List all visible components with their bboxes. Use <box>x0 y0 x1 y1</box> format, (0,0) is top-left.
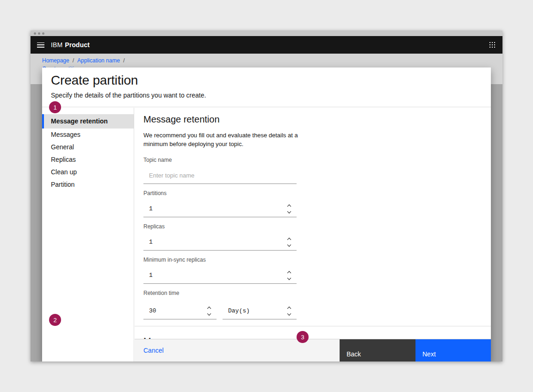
partitions-input[interactable] <box>143 200 297 217</box>
brand: IBMProduct <box>51 41 90 49</box>
stepper-icon[interactable] <box>287 270 291 280</box>
cancel-button[interactable]: Cancel <box>143 347 164 354</box>
min-insync-field: Minimum in-sync replicas <box>143 257 297 284</box>
annotation-badge-2: 2 <box>49 314 61 326</box>
form-content: Message retention We recommend you fill … <box>135 108 491 339</box>
tearsheet-footer: Cancel Back Next <box>135 339 491 361</box>
tearsheet-title: Create partition <box>51 73 491 88</box>
footer-buttons: Back Next <box>340 339 491 362</box>
nav-item-replicas[interactable]: Replicas <box>42 153 134 166</box>
partitions-field: Partitions <box>143 190 297 217</box>
nav-item-general[interactable]: General <box>42 141 134 153</box>
brand-name: Product <box>65 41 90 49</box>
next-button[interactable]: Next <box>415 339 491 362</box>
retention-label: Retention time <box>143 290 297 296</box>
window-dot-icon <box>34 32 36 35</box>
breadcrumb-link-application-name[interactable]: Application name <box>77 57 120 64</box>
hamburger-icon <box>37 43 44 48</box>
browser-window: IBMProduct Homepage / Application name /… <box>31 31 502 361</box>
stepper-icon[interactable] <box>207 306 211 316</box>
min-insync-input[interactable] <box>143 267 297 284</box>
section-heading: Message retention <box>143 114 491 125</box>
window-titlebar <box>31 31 502 36</box>
nav-item-clean-up[interactable]: Clean up <box>42 166 134 178</box>
stepper-icon[interactable] <box>287 237 291 247</box>
window-dot-icon <box>42 32 44 35</box>
create-tearsheet: 1 2 3 Create partition Specify the detai… <box>42 67 491 361</box>
nav-item-messages[interactable]: Messages <box>42 129 134 141</box>
window-dot-icon <box>38 32 40 35</box>
tearsheet-subtitle: Specify the details of the partitions yo… <box>51 92 491 99</box>
annotation-badge-1: 1 <box>49 101 61 113</box>
breadcrumb: Homepage / Application name / <box>42 57 502 64</box>
topic-name-label: Topic name <box>143 157 297 163</box>
step-nav: Message retention Messages General Repli… <box>42 114 134 191</box>
min-insync-label: Minimum in-sync replicas <box>143 257 297 263</box>
annotation-badge-3: 3 <box>297 331 309 343</box>
partitions-label: Partitions <box>143 190 297 196</box>
app-header: IBMProduct <box>31 36 502 54</box>
replicas-label: Replicas <box>143 223 297 230</box>
retention-unit-select[interactable] <box>223 302 297 319</box>
retention-field: Retention time <box>143 290 297 319</box>
section-description: We recommend you fill out and evaluate t… <box>143 131 305 148</box>
topic-name-field: Topic name <box>143 157 297 184</box>
form-fields: Topic name Partitions <box>143 157 491 319</box>
brand-prefix: IBM <box>51 41 62 49</box>
tearsheet-body: Message retention Messages General Repli… <box>42 108 491 361</box>
tearsheet-header: Create partition Specify the details of … <box>42 67 491 107</box>
breadcrumb-separator: / <box>123 57 124 64</box>
nav-item-partition[interactable]: Partition <box>42 178 134 191</box>
topic-name-input[interactable] <box>143 167 297 184</box>
page-background: Homepage / Application name / Create par… <box>31 54 502 361</box>
retention-value-input[interactable] <box>143 302 217 319</box>
stepper-icon[interactable] <box>287 306 291 316</box>
replicas-input[interactable] <box>143 233 297 251</box>
menu-button[interactable] <box>31 36 51 54</box>
nav-item-message-retention[interactable]: Message retention <box>42 114 134 129</box>
back-button[interactable]: Back <box>340 339 415 362</box>
app-switcher-icon <box>490 42 496 48</box>
stepper-icon[interactable] <box>287 204 291 214</box>
replicas-field: Replicas <box>143 223 297 251</box>
breadcrumb-separator: / <box>73 57 74 64</box>
section-divider <box>135 326 491 326</box>
breadcrumb-link-homepage[interactable]: Homepage <box>42 57 69 64</box>
app-switcher-button[interactable] <box>482 36 502 54</box>
